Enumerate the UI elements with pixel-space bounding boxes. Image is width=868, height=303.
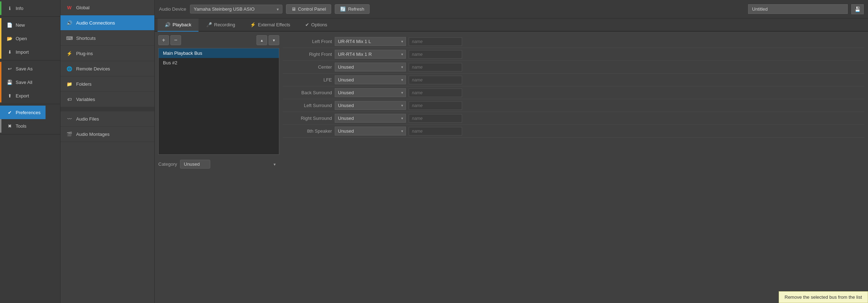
add-bus-button[interactable]: + — [158, 35, 169, 45]
remove-bus-button[interactable]: − — [170, 35, 181, 45]
sidebar-item-open[interactable]: 📂 Open — [1, 32, 32, 45]
sidebar-left: ℹ Info 📄 New 📂 Open ⬇ Import — [0, 0, 60, 303]
right-surround-device-select[interactable]: Unused — [335, 114, 406, 123]
save-as-icon: ↩ — [6, 65, 13, 72]
tab-options-label: Options — [311, 22, 327, 27]
control-panel-button[interactable]: 🖥 Control Panel — [286, 4, 332, 14]
project-title-input[interactable] — [748, 4, 848, 14]
sidebar-export-label: Export — [16, 93, 29, 99]
back-surround-device-select[interactable]: Unused — [335, 88, 406, 97]
left-front-device-select[interactable]: UR-RT4 Mix 1 L — [335, 37, 406, 46]
tools-icon: ✖ — [6, 123, 13, 129]
left-surround-select-wrapper: Unused — [335, 101, 406, 110]
audio-files-icon: 〰 — [66, 116, 73, 122]
tab-recording[interactable]: 🎤 Recording — [199, 18, 242, 32]
title-save-icon-button[interactable]: 💾 — [851, 4, 864, 14]
audio-device-select[interactable]: Yamaha Steinberg USB ASIO — [190, 5, 282, 14]
audio-files-label: Audio Files — [76, 116, 99, 122]
sidebar-item-export[interactable]: ⬆ Export — [1, 89, 34, 102]
sidebar-mid-item-variables[interactable]: 🏷 Variables — [60, 92, 154, 107]
down-icon: ▼ — [272, 38, 276, 42]
channel-row-center: Center Unused — [283, 61, 864, 74]
tab-options[interactable]: ✔ Options — [298, 18, 334, 32]
plugins-label: Plug-ins — [76, 51, 93, 56]
back-surround-name-input[interactable] — [409, 89, 462, 97]
global-icon: W — [66, 4, 73, 11]
options-tab-icon: ✔ — [305, 22, 309, 27]
tab-external-effects[interactable]: ⚡ External Effects — [243, 18, 297, 32]
bus-list[interactable]: Main Playback Bus Bus #2 — [158, 48, 279, 155]
top-bar: Audio Device Yamaha Steinberg USB ASIO 🖥… — [155, 0, 868, 18]
audio-device-label: Audio Device — [159, 6, 186, 12]
bus-list-item[interactable]: Main Playback Bus — [159, 48, 279, 58]
sidebar-mid-item-shortcuts[interactable]: ⌨ Shortcuts — [60, 31, 154, 46]
sidebar-item-info[interactable]: ℹ Info — [1, 1, 28, 15]
bus-panel: + − ▲ ▼ Main Playback Bus Bus #2 Categor… — [155, 32, 868, 303]
sidebar-mid-item-audio-connections[interactable]: 🔊 Audio Connections — [60, 15, 154, 31]
left-surround-device-select[interactable]: Unused — [335, 101, 406, 110]
sidebar-mid-item-audio-montages[interactable]: 🎬 Audio Montages — [60, 127, 154, 142]
bus-list-item[interactable]: Bus #2 — [159, 58, 279, 68]
sidebar-item-save-as[interactable]: ↩ Save As — [1, 62, 38, 75]
sidebar-open-label: Open — [16, 36, 27, 41]
sidebar-mid-item-remote-devices[interactable]: 🌐 Remote Devices — [60, 61, 154, 76]
lfe-device-select[interactable]: Unused — [335, 75, 406, 84]
category-label: Category — [158, 161, 177, 167]
channel-row-lfe: LFE Unused — [283, 74, 864, 86]
tooltip-text: Remove the selected bus from the list — [785, 294, 862, 300]
sidebar-mid-item-folders[interactable]: 📁 Folders — [60, 76, 154, 92]
info-icon: ℹ — [6, 5, 13, 11]
sidebar-mid-item-global[interactable]: W Global — [60, 0, 154, 15]
tab-external-effects-label: External Effects — [258, 22, 290, 27]
category-select[interactable]: Unused — [180, 160, 210, 169]
center-name-input[interactable] — [409, 63, 462, 71]
right-surround-select-wrapper: Unused — [335, 114, 406, 123]
left-surround-name-input[interactable] — [409, 101, 462, 110]
sidebar-item-save-all[interactable]: 💾 Save All — [1, 75, 37, 89]
minus-icon: − — [174, 37, 177, 43]
back-surround-select-wrapper: Unused — [335, 88, 406, 97]
category-select-wrapper: Unused — [180, 160, 279, 169]
external-effects-tab-icon: ⚡ — [250, 22, 256, 27]
center-device-select[interactable]: Unused — [335, 63, 406, 71]
variables-icon: 🏷 — [66, 96, 73, 102]
sidebar-preferences-label: Preferences — [16, 110, 41, 115]
right-surround-label: Right Surround — [286, 116, 332, 121]
left-front-name-input[interactable] — [409, 37, 462, 46]
sidebar-item-tools[interactable]: ✖ Tools — [1, 119, 31, 133]
8th-speaker-device-select[interactable]: Unused — [335, 127, 406, 135]
tabs-bar: 🔊 Playback 🎤 Recording ⚡ External Effect… — [155, 18, 868, 32]
right-surround-name-input[interactable] — [409, 114, 462, 123]
right-front-device-select[interactable]: UR-RT4 Mix 1 R — [335, 50, 406, 59]
bus-list-section: + − ▲ ▼ Main Playback Bus Bus #2 Categor… — [158, 35, 279, 299]
sidebar-save-all-label: Save All — [16, 80, 32, 85]
sidebar-mid-item-audio-files[interactable]: 〰 Audio Files — [60, 111, 154, 127]
control-panel-icon: 🖥 — [291, 6, 296, 12]
tab-playback[interactable]: 🔊 Playback — [158, 18, 199, 32]
right-front-name-input[interactable] — [409, 50, 462, 59]
sidebar-item-preferences[interactable]: ✔ Preferences — [1, 106, 46, 119]
move-bus-down-button[interactable]: ▼ — [269, 35, 279, 45]
audio-connections-label: Audio Connections — [76, 20, 115, 26]
tab-recording-label: Recording — [214, 22, 235, 27]
lfe-name-input[interactable] — [409, 76, 462, 84]
sidebar-mid-item-plugins[interactable]: ⚡ Plug-ins — [60, 46, 154, 61]
move-bus-up-button[interactable]: ▲ — [256, 35, 267, 45]
channel-row-left-front: Left Front UR-RT4 Mix 1 L — [283, 35, 864, 48]
sidebar-item-new[interactable]: 📄 New — [1, 18, 30, 32]
tooltip-bar: Remove the selected bus from the list — [779, 291, 868, 303]
preferences-icon: ✔ — [6, 109, 13, 116]
tab-playback-label: Playback — [173, 22, 191, 27]
playback-tab-icon: 🔊 — [165, 22, 170, 27]
refresh-button[interactable]: 🔄 Refresh — [335, 4, 370, 14]
mid-section-divider — [60, 107, 154, 111]
8th-speaker-name-input[interactable] — [409, 127, 462, 135]
open-icon: 📂 — [6, 35, 13, 42]
audio-montages-label: Audio Montages — [76, 132, 110, 137]
left-surround-label: Left Surround — [286, 103, 332, 108]
channel-config: Left Front UR-RT4 Mix 1 L Right Front UR… — [283, 35, 864, 299]
variables-label: Variables — [76, 97, 95, 102]
sidebar-item-import[interactable]: ⬇ Import — [1, 45, 34, 59]
sidebar-new-label: New — [16, 22, 25, 28]
channel-row-back-surround: Back Surround Unused — [283, 86, 864, 99]
